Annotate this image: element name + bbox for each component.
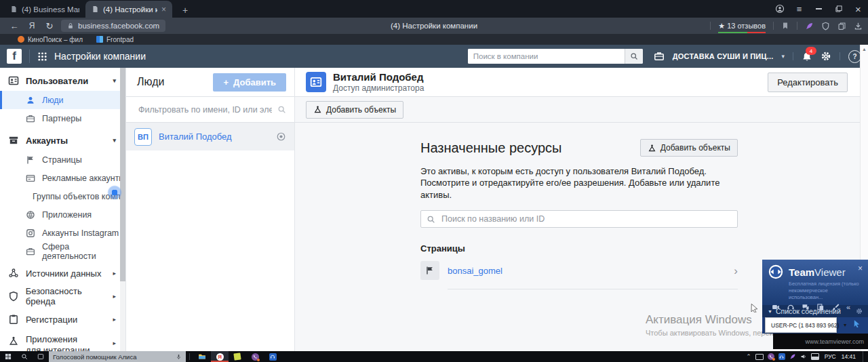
taskbar-app-explorer[interactable] bbox=[193, 351, 211, 362]
people-panel: Люди + Добавить ВП Виталий Подобед bbox=[126, 68, 295, 351]
sidebar-item-instagram[interactable]: Аккаунты Instagram bbox=[0, 224, 125, 242]
sidebar-section-data-sources[interactable]: Источники данных ▸ bbox=[0, 263, 125, 283]
turbo-feather-icon[interactable] bbox=[805, 22, 814, 31]
bookmark-label: Frontpad bbox=[106, 36, 134, 43]
tab-close-icon[interactable]: × bbox=[161, 5, 166, 14]
settings-gear-icon[interactable] bbox=[821, 51, 831, 62]
tab-business-manager[interactable]: (4) Business Manager bbox=[4, 1, 85, 18]
sidebar-section-integrations[interactable]: Приложения для интеграции ▸ bbox=[0, 332, 125, 351]
sidebar-item-apps[interactable]: Приложения bbox=[0, 205, 125, 224]
person-name[interactable]: Виталий Подобед bbox=[159, 132, 232, 142]
sidebar-section-users[interactable]: Пользователи ▾ bbox=[0, 71, 125, 91]
page-asset-row[interactable]: bonsai_gomel › bbox=[420, 261, 738, 280]
apps-grid-icon[interactable] bbox=[37, 52, 47, 62]
chevron-right-icon[interactable]: › bbox=[734, 265, 738, 277]
whiteboard-icon[interactable] bbox=[831, 303, 840, 311]
notifications-button[interactable]: 4 bbox=[802, 50, 812, 62]
sidebar-section-registrations[interactable]: Регистрации ▸ bbox=[0, 309, 125, 329]
edit-button[interactable]: Редактировать bbox=[768, 73, 848, 92]
bookmark-kinopoisk[interactable]: КиноПоиск – фил bbox=[18, 36, 83, 43]
tab-company-settings[interactable]: (4) Настройки компани × bbox=[85, 1, 172, 18]
task-view-button[interactable] bbox=[33, 351, 49, 362]
sidebar-item-pages[interactable]: Страницы bbox=[0, 150, 125, 169]
person-settings-icon[interactable] bbox=[276, 132, 286, 142]
protect-shield-icon[interactable] bbox=[821, 22, 830, 31]
user-name: Виталий Подобед bbox=[333, 71, 424, 83]
url-box[interactable]: business.facebook.com bbox=[61, 20, 165, 32]
computer-dropdown[interactable]: USER-PC (1 843 893 962) ▼ bbox=[765, 317, 837, 333]
collapse-icon[interactable]: « bbox=[846, 303, 850, 311]
refresh-button[interactable]: ↻ bbox=[41, 19, 58, 33]
taskbar-app-yandex-browser[interactable]: Я bbox=[211, 351, 229, 362]
sidebar-item-ad-accounts[interactable]: Рекламные аккаунты bbox=[0, 169, 125, 187]
add-assets-button[interactable]: Добавить объекты bbox=[306, 101, 403, 119]
taskbar-app-teamviewer[interactable] bbox=[264, 351, 281, 362]
clipboard-icon bbox=[8, 314, 19, 325]
add-assets-button-secondary[interactable]: Добавить объекты bbox=[640, 139, 738, 157]
business-name[interactable]: ДОСТАВКА СУШИ И ПИЦ... bbox=[673, 52, 774, 60]
viber-icon bbox=[253, 355, 257, 359]
search-button[interactable] bbox=[625, 49, 643, 64]
sidebar-label: Рекламные аккаунты bbox=[42, 174, 125, 183]
flag-icon bbox=[26, 155, 35, 165]
feather-tray-icon[interactable] bbox=[789, 353, 796, 360]
bookmark-frontpad[interactable]: Frontpad bbox=[96, 36, 134, 43]
alisa-search-box[interactable]: Голосовой помощник Алиса bbox=[49, 351, 186, 362]
chevron-right-icon: ▸ bbox=[113, 293, 116, 300]
browser-profile-button[interactable] bbox=[770, 0, 789, 18]
display-tray-icon[interactable] bbox=[755, 354, 764, 360]
sidebar-item-line-of-business[interactable]: Сфера деятельности bbox=[0, 242, 125, 260]
company-search-input[interactable] bbox=[468, 49, 625, 64]
asset-search-input[interactable] bbox=[440, 214, 732, 224]
back-button[interactable]: ← bbox=[5, 19, 23, 33]
video-icon[interactable] bbox=[772, 303, 780, 311]
extension-icon[interactable] bbox=[837, 22, 846, 31]
viber-tray-icon[interactable] bbox=[768, 353, 774, 360]
new-tab-button[interactable]: + bbox=[178, 3, 193, 18]
reviews-badge[interactable]: ★ 13 отзывов bbox=[718, 22, 766, 31]
teamviewer-tray-icon[interactable] bbox=[778, 353, 785, 360]
sidebar-item-partners[interactable]: Партнеры bbox=[0, 109, 125, 127]
taskbar-search-button[interactable] bbox=[16, 351, 33, 362]
chevron-down-icon[interactable]: ▾ bbox=[781, 53, 785, 60]
file-transfer-icon[interactable] bbox=[816, 303, 825, 311]
divider bbox=[29, 49, 30, 63]
show-desktop-button[interactable] bbox=[863, 351, 866, 362]
close-icon[interactable]: × bbox=[858, 264, 863, 273]
sidebar-section-accounts[interactable]: Аккаунты ▾ bbox=[0, 130, 125, 150]
volume-tray-icon[interactable] bbox=[800, 353, 807, 360]
yandex-browser-icon: Я bbox=[216, 353, 224, 361]
start-button[interactable] bbox=[0, 351, 16, 362]
taskbar-app-viber[interactable] bbox=[246, 351, 264, 362]
downloads-icon[interactable] bbox=[854, 22, 863, 31]
yandex-button[interactable]: Я bbox=[23, 19, 41, 33]
tray-expand-icon[interactable]: ⌃ bbox=[746, 353, 751, 360]
chat-icon[interactable] bbox=[802, 303, 810, 311]
sidebar-scrollbar[interactable] bbox=[120, 68, 125, 351]
page-link[interactable]: bonsai_gomel bbox=[448, 266, 502, 276]
sidebar-section-brand-safety[interactable]: Безопасность бренда ▸ bbox=[0, 286, 125, 306]
taskbar-app-notes[interactable] bbox=[229, 351, 246, 362]
browser-menu-button[interactable]: ≡ bbox=[789, 0, 809, 18]
ime-panel-icon[interactable] bbox=[811, 353, 819, 360]
sidebar-item-people[interactable]: Люди bbox=[0, 91, 125, 109]
company-search[interactable] bbox=[468, 49, 643, 64]
people-filter-input[interactable] bbox=[137, 104, 273, 115]
minimize-button[interactable] bbox=[809, 0, 829, 18]
facebook-logo[interactable]: f bbox=[7, 49, 22, 64]
scrollbar-thumb[interactable] bbox=[120, 68, 125, 281]
screen: (4) Business Manager (4) Настройки компа… bbox=[0, 0, 868, 362]
teamviewer-url[interactable]: www.teamviewer.com bbox=[805, 338, 864, 345]
browser-tab-bar: (4) Business Manager (4) Настройки компа… bbox=[0, 0, 868, 18]
taskbar-clock[interactable]: 14:41 bbox=[842, 353, 856, 360]
close-window-button[interactable]: × bbox=[848, 0, 868, 18]
assigned-assets-section: Назначенные ресурсы Добавить объекты Это… bbox=[420, 139, 738, 289]
section-description: Это активы, к которым есть доступ у поль… bbox=[420, 165, 738, 201]
sidebar-item-asset-groups[interactable]: Группы объектов компании bbox=[0, 187, 125, 205]
headset-icon[interactable] bbox=[787, 303, 795, 311]
language-indicator[interactable]: РУС bbox=[825, 353, 836, 360]
bookmark-icon[interactable] bbox=[781, 22, 789, 30]
person-list-item[interactable]: ВП Виталий Подобед bbox=[126, 123, 294, 150]
maximize-button[interactable] bbox=[829, 0, 848, 18]
add-person-button[interactable]: + Добавить bbox=[213, 73, 286, 92]
